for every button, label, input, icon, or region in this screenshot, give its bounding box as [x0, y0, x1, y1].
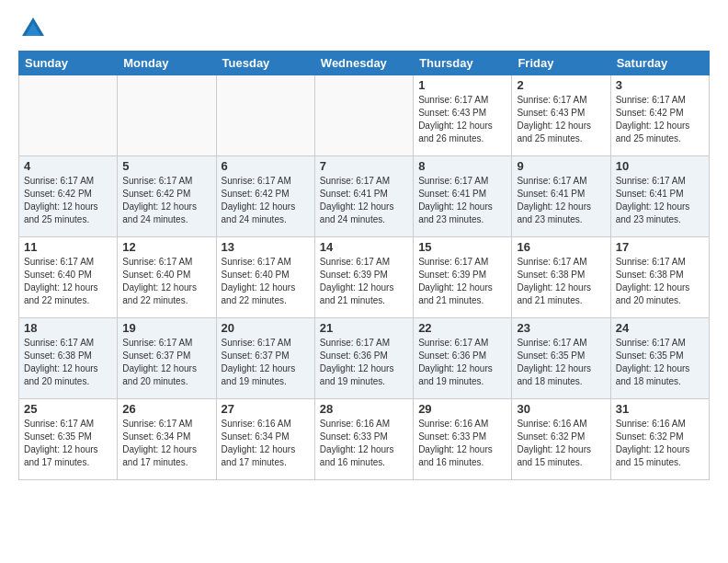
day-info: Sunrise: 6:17 AM Sunset: 6:36 PM Dayligh…	[320, 337, 408, 388]
header	[18, 14, 710, 43]
day-number: 23	[517, 321, 605, 335]
day-info: Sunrise: 6:17 AM Sunset: 6:38 PM Dayligh…	[517, 256, 605, 307]
day-number: 25	[24, 402, 112, 416]
day-info: Sunrise: 6:17 AM Sunset: 6:43 PM Dayligh…	[418, 94, 506, 145]
day-number: 15	[418, 240, 506, 254]
day-info: Sunrise: 6:17 AM Sunset: 6:40 PM Dayligh…	[222, 256, 310, 307]
weekday-header-saturday: Saturday	[610, 52, 709, 75]
logo-icon	[18, 14, 48, 43]
day-info: Sunrise: 6:17 AM Sunset: 6:39 PM Dayligh…	[320, 256, 408, 307]
week-row-2: 4Sunrise: 6:17 AM Sunset: 6:42 PM Daylig…	[19, 156, 710, 237]
day-info: Sunrise: 6:17 AM Sunset: 6:38 PM Dayligh…	[24, 337, 112, 388]
day-number: 1	[418, 78, 506, 92]
day-number: 24	[616, 321, 704, 335]
day-number: 22	[418, 321, 506, 335]
week-row-1: 1Sunrise: 6:17 AM Sunset: 6:43 PM Daylig…	[19, 75, 710, 156]
day-number: 26	[122, 402, 210, 416]
day-number: 2	[517, 78, 605, 92]
day-number: 3	[616, 78, 704, 92]
day-cell: 17Sunrise: 6:17 AM Sunset: 6:38 PM Dayli…	[610, 237, 709, 318]
day-number: 20	[222, 321, 310, 335]
day-number: 29	[418, 402, 506, 416]
day-info: Sunrise: 6:17 AM Sunset: 6:38 PM Dayligh…	[616, 256, 704, 307]
day-cell: 26Sunrise: 6:17 AM Sunset: 6:34 PM Dayli…	[118, 399, 216, 480]
day-info: Sunrise: 6:17 AM Sunset: 6:41 PM Dayligh…	[517, 175, 605, 226]
weekday-header-row: SundayMondayTuesdayWednesdayThursdayFrid…	[19, 52, 710, 75]
day-number: 8	[418, 159, 506, 173]
day-cell: 31Sunrise: 6:16 AM Sunset: 6:32 PM Dayli…	[610, 399, 709, 480]
day-info: Sunrise: 6:17 AM Sunset: 6:42 PM Dayligh…	[616, 94, 704, 145]
day-info: Sunrise: 6:17 AM Sunset: 6:37 PM Dayligh…	[122, 337, 210, 388]
day-cell: 19Sunrise: 6:17 AM Sunset: 6:37 PM Dayli…	[118, 318, 216, 399]
day-number: 28	[320, 402, 408, 416]
weekday-header-thursday: Thursday	[414, 52, 512, 75]
day-cell: 2Sunrise: 6:17 AM Sunset: 6:43 PM Daylig…	[512, 75, 610, 156]
day-cell	[314, 75, 413, 156]
day-cell: 24Sunrise: 6:17 AM Sunset: 6:35 PM Dayli…	[610, 318, 709, 399]
day-cell: 4Sunrise: 6:17 AM Sunset: 6:42 PM Daylig…	[19, 156, 118, 237]
day-cell	[118, 75, 216, 156]
day-cell: 29Sunrise: 6:16 AM Sunset: 6:33 PM Dayli…	[414, 399, 512, 480]
day-info: Sunrise: 6:16 AM Sunset: 6:33 PM Dayligh…	[320, 418, 408, 469]
day-info: Sunrise: 6:17 AM Sunset: 6:35 PM Dayligh…	[517, 337, 605, 388]
day-info: Sunrise: 6:17 AM Sunset: 6:42 PM Dayligh…	[122, 175, 210, 226]
day-cell: 27Sunrise: 6:16 AM Sunset: 6:34 PM Dayli…	[216, 399, 314, 480]
day-cell: 10Sunrise: 6:17 AM Sunset: 6:41 PM Dayli…	[610, 156, 709, 237]
page: SundayMondayTuesdayWednesdayThursdayFrid…	[0, 0, 728, 563]
day-cell: 16Sunrise: 6:17 AM Sunset: 6:38 PM Dayli…	[512, 237, 610, 318]
day-number: 14	[320, 240, 408, 254]
weekday-header-wednesday: Wednesday	[314, 52, 413, 75]
day-number: 21	[320, 321, 408, 335]
day-cell: 25Sunrise: 6:17 AM Sunset: 6:35 PM Dayli…	[19, 399, 118, 480]
day-info: Sunrise: 6:17 AM Sunset: 6:35 PM Dayligh…	[24, 418, 112, 469]
week-row-5: 25Sunrise: 6:17 AM Sunset: 6:35 PM Dayli…	[19, 399, 710, 480]
day-cell: 14Sunrise: 6:17 AM Sunset: 6:39 PM Dayli…	[314, 237, 413, 318]
day-cell: 18Sunrise: 6:17 AM Sunset: 6:38 PM Dayli…	[19, 318, 118, 399]
day-info: Sunrise: 6:17 AM Sunset: 6:39 PM Dayligh…	[418, 256, 506, 307]
footer	[18, 484, 710, 488]
day-cell: 7Sunrise: 6:17 AM Sunset: 6:41 PM Daylig…	[314, 156, 413, 237]
weekday-header-tuesday: Tuesday	[216, 52, 314, 75]
day-cell: 22Sunrise: 6:17 AM Sunset: 6:36 PM Dayli…	[414, 318, 512, 399]
weekday-header-sunday: Sunday	[19, 52, 118, 75]
day-info: Sunrise: 6:17 AM Sunset: 6:37 PM Dayligh…	[222, 337, 310, 388]
day-number: 31	[616, 402, 704, 416]
weekday-header-friday: Friday	[512, 52, 610, 75]
day-cell: 11Sunrise: 6:17 AM Sunset: 6:40 PM Dayli…	[19, 237, 118, 318]
day-info: Sunrise: 6:17 AM Sunset: 6:41 PM Dayligh…	[616, 175, 704, 226]
day-number: 13	[222, 240, 310, 254]
day-number: 18	[24, 321, 112, 335]
day-number: 9	[517, 159, 605, 173]
weekday-header-monday: Monday	[118, 52, 216, 75]
day-info: Sunrise: 6:17 AM Sunset: 6:41 PM Dayligh…	[418, 175, 506, 226]
day-number: 27	[222, 402, 310, 416]
day-info: Sunrise: 6:16 AM Sunset: 6:33 PM Dayligh…	[418, 418, 506, 469]
day-number: 11	[24, 240, 112, 254]
day-cell: 5Sunrise: 6:17 AM Sunset: 6:42 PM Daylig…	[118, 156, 216, 237]
day-info: Sunrise: 6:17 AM Sunset: 6:34 PM Dayligh…	[122, 418, 210, 469]
day-cell: 21Sunrise: 6:17 AM Sunset: 6:36 PM Dayli…	[314, 318, 413, 399]
day-cell: 6Sunrise: 6:17 AM Sunset: 6:42 PM Daylig…	[216, 156, 314, 237]
week-row-4: 18Sunrise: 6:17 AM Sunset: 6:38 PM Dayli…	[19, 318, 710, 399]
day-cell: 13Sunrise: 6:17 AM Sunset: 6:40 PM Dayli…	[216, 237, 314, 318]
day-info: Sunrise: 6:16 AM Sunset: 6:34 PM Dayligh…	[222, 418, 310, 469]
day-info: Sunrise: 6:16 AM Sunset: 6:32 PM Dayligh…	[616, 418, 704, 469]
day-number: 10	[616, 159, 704, 173]
day-cell	[216, 75, 314, 156]
day-number: 30	[517, 402, 605, 416]
day-info: Sunrise: 6:16 AM Sunset: 6:32 PM Dayligh…	[517, 418, 605, 469]
day-number: 4	[24, 159, 112, 173]
day-cell: 8Sunrise: 6:17 AM Sunset: 6:41 PM Daylig…	[414, 156, 512, 237]
day-number: 17	[616, 240, 704, 254]
day-info: Sunrise: 6:17 AM Sunset: 6:36 PM Dayligh…	[418, 337, 506, 388]
day-number: 7	[320, 159, 408, 173]
week-row-3: 11Sunrise: 6:17 AM Sunset: 6:40 PM Dayli…	[19, 237, 710, 318]
day-cell: 30Sunrise: 6:16 AM Sunset: 6:32 PM Dayli…	[512, 399, 610, 480]
day-info: Sunrise: 6:17 AM Sunset: 6:40 PM Dayligh…	[24, 256, 112, 307]
day-cell	[19, 75, 118, 156]
day-number: 19	[122, 321, 210, 335]
day-number: 12	[122, 240, 210, 254]
logo	[18, 14, 51, 43]
day-cell: 23Sunrise: 6:17 AM Sunset: 6:35 PM Dayli…	[512, 318, 610, 399]
day-cell: 12Sunrise: 6:17 AM Sunset: 6:40 PM Dayli…	[118, 237, 216, 318]
